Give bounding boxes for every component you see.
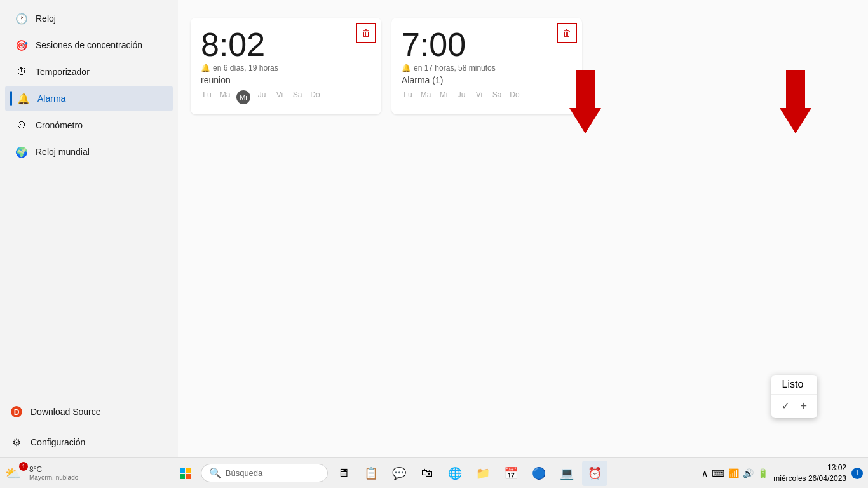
sidebar-item-sesiones-label: Sesiones de concentración [36, 40, 142, 50]
taskbar-right: ∧ ⌨ 📶 🔊 🔋 13:02 miércoles 26/04/2023 1 [696, 463, 868, 484]
clock-icon: 🕐 [15, 12, 28, 25]
sidebar-item-configuracion[interactable]: ⚙ Configuración [0, 427, 178, 458]
keyboard-icon[interactable]: ⌨ [712, 468, 724, 478]
alarm-2-time: 7:00 [402, 28, 572, 61]
arrow-head-1 [569, 108, 601, 133]
taskbar-search[interactable]: 🔍 Búsqueda [201, 464, 328, 482]
alarm-2-countdown: 🔔 en 17 horas, 58 minutos [402, 64, 572, 72]
day-sa-2: Sa [491, 90, 503, 99]
edge-icon: 🌐 [448, 466, 462, 480]
day-mi-1: Mi [236, 90, 250, 104]
explorer-button[interactable]: 📁 [470, 461, 496, 486]
annotation-arrow-2 [780, 70, 811, 133]
day-ma-2: Ma [419, 90, 432, 99]
alarm-1-name: reunion [201, 75, 371, 85]
alarm-1-days: Lu Ma Mi Ju Vi Sa Do [201, 90, 371, 104]
calendar-icon: 📅 [504, 466, 518, 480]
sidebar-item-alarma-label: Alarma [37, 93, 65, 104]
arrow-body-2 [786, 70, 805, 108]
arrow-head-2 [780, 108, 811, 133]
clock-date: miércoles 26/04/2023 [773, 473, 846, 484]
alarm-1-time: 8:02 [201, 28, 371, 61]
day-ju-2: Ju [455, 90, 468, 99]
widgets-icon: 📋 [364, 466, 378, 480]
bell-icon-2: 🔔 [402, 64, 411, 72]
battery-icon[interactable]: 🔋 [757, 468, 768, 478]
alarm-2-name: Alarma (1) [402, 75, 572, 85]
svg-rect-2 [180, 468, 185, 473]
powershell-button[interactable]: 💻 [554, 461, 580, 486]
weather-notification-badge: 1 [19, 462, 28, 471]
search-icon: 🔍 [209, 467, 222, 479]
weather-temp: 8°C [29, 465, 78, 474]
delete-alarm-2-button[interactable]: 🗑 [557, 23, 577, 43]
system-icons: ∧ ⌨ 📶 🔊 🔋 [702, 468, 768, 478]
listo-label: Listo [782, 379, 803, 390]
day-vi-2: Vi [473, 90, 485, 99]
chevron-up-icon[interactable]: ∧ [702, 468, 708, 478]
taskbar: ⛅ 1 8°C Mayorm. nublado 🔍 Búsqueda 🖥 📋 [0, 458, 868, 488]
start-button[interactable] [173, 461, 198, 486]
explorer-icon: 📁 [476, 466, 490, 480]
sidebar-item-reloj-label: Reloj [36, 13, 56, 24]
world-clock-icon: 🌍 [15, 146, 28, 158]
arrow-body-1 [576, 70, 595, 108]
sidebar-item-alarma[interactable]: 🔔 Alarma [5, 86, 173, 111]
day-do-2: Do [508, 90, 521, 99]
day-ju-1: Ju [255, 90, 268, 104]
day-lu-1: Lu [201, 90, 214, 104]
calendar-button[interactable]: 📅 [498, 461, 524, 486]
svg-rect-3 [186, 468, 191, 473]
listo-add-button[interactable]: + [800, 400, 807, 413]
alarm-1-countdown: 🔔 en 6 días, 19 horas [201, 64, 371, 72]
chrome-button[interactable]: 🔵 [526, 461, 552, 486]
annotation-arrow-1 [569, 70, 601, 133]
listo-actions: ✓ + [771, 395, 817, 418]
sidebar-bottom: D Download Source ⚙ Configuración [0, 396, 178, 458]
listo-header: Listo [771, 375, 817, 395]
alarm-2-days: Lu Ma Mi Ju Vi Sa Do [402, 90, 572, 99]
settings-icon: ⚙ [10, 436, 23, 449]
task-view-button[interactable]: 🖥 [330, 461, 356, 486]
teams-icon: 💬 [392, 466, 406, 480]
alarm-icon: 🔔 [17, 92, 30, 105]
weather-icon: ⛅ [5, 466, 21, 481]
day-do-1: Do [309, 90, 322, 104]
volume-icon[interactable]: 🔊 [743, 468, 754, 478]
wifi-icon[interactable]: 📶 [728, 468, 739, 478]
sidebar-item-temporizador-label: Temporizador [36, 67, 90, 77]
clock-app-button[interactable]: ⏰ [582, 461, 607, 486]
timer-icon: ⏱ [15, 65, 28, 78]
teams-button[interactable]: 💬 [386, 461, 412, 486]
store-button[interactable]: 🛍 [414, 461, 440, 486]
alarm-cards: 8:02 🔔 en 6 días, 19 horas reunion Lu Ma… [191, 18, 855, 114]
day-ma-1: Ma [219, 90, 231, 104]
listo-check-button[interactable]: ✓ [782, 400, 790, 413]
sidebar-item-temporizador[interactable]: ⏱ Temporizador [5, 59, 173, 85]
delete-alarm-1-button[interactable]: 🗑 [356, 23, 376, 43]
sidebar-item-reloj[interactable]: 🕐 Reloj [5, 6, 173, 31]
sidebar-item-cronometro[interactable]: ⏲ Cronómetro [5, 112, 173, 138]
sidebar-item-cronometro-label: Cronómetro [36, 120, 83, 130]
stopwatch-icon: ⏲ [15, 119, 28, 132]
search-placeholder: Búsqueda [226, 468, 263, 478]
edge-button[interactable]: 🌐 [442, 461, 468, 486]
task-view-icon: 🖥 [337, 466, 349, 480]
bell-icon-1: 🔔 [201, 64, 210, 72]
chrome-icon: 🔵 [532, 466, 546, 480]
svg-rect-4 [180, 474, 185, 479]
widgets-button[interactable]: 📋 [358, 461, 384, 486]
store-icon: 🛍 [421, 466, 433, 480]
taskbar-weather: ⛅ 1 8°C Mayorm. nublado [0, 463, 83, 484]
alarm-card-1: 8:02 🔔 en 6 días, 19 horas reunion Lu Ma… [191, 18, 381, 114]
sidebar-item-sesiones[interactable]: 🎯 Sesiones de concentración [5, 32, 173, 58]
clock-area[interactable]: 13:02 miércoles 26/04/2023 [773, 463, 846, 484]
day-sa-1: Sa [291, 90, 304, 104]
sidebar-item-reloj-mundial[interactable]: 🌍 Reloj mundial [5, 139, 173, 165]
svg-rect-5 [186, 474, 191, 479]
sidebar-item-download-source[interactable]: D Download Source [0, 396, 178, 427]
download-source-label: Download Source [31, 407, 101, 417]
notification-button[interactable]: 1 [851, 468, 863, 479]
listo-popup: Listo ✓ + [771, 375, 817, 418]
sidebar: 🕐 Reloj 🎯 Sesiones de concentración ⏱ Te… [0, 0, 178, 458]
